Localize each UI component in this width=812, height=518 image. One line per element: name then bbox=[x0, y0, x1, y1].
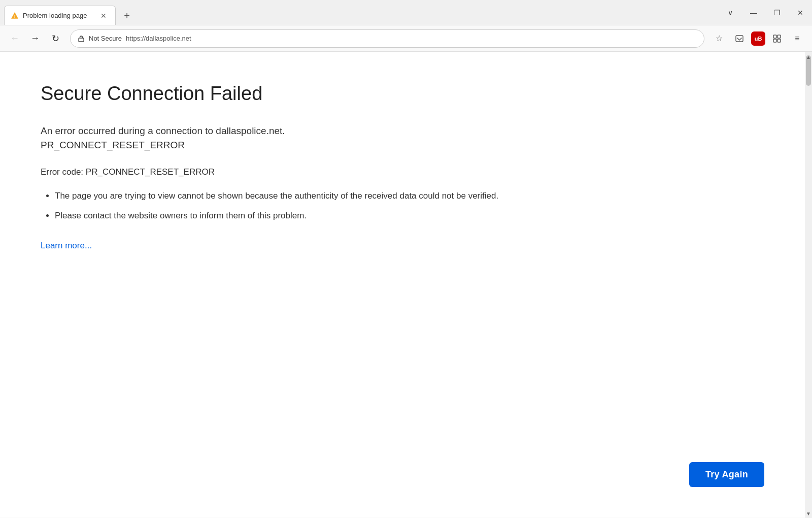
title-bar: ! Problem loading page ✕ + ∨ — ❐ ✕ bbox=[0, 0, 812, 25]
minimize-button[interactable]: — bbox=[742, 0, 765, 25]
tab-list-button[interactable]: ∨ bbox=[719, 0, 742, 25]
browser-toolbar: ← → ↻ Not Secure https://dallaspolice.ne… bbox=[0, 25, 812, 52]
scrollbar-track bbox=[805, 52, 812, 518]
svg-rect-2 bbox=[736, 36, 743, 42]
extensions-button[interactable] bbox=[768, 30, 786, 47]
scrollbar-arrow-up[interactable]: ▲ bbox=[805, 52, 812, 61]
svg-rect-3 bbox=[773, 35, 776, 38]
new-tab-button[interactable]: + bbox=[118, 7, 136, 25]
svg-rect-6 bbox=[777, 39, 781, 42]
tab-title: Problem loading page bbox=[23, 12, 94, 19]
error-description: An error occurred during a connection to… bbox=[41, 124, 764, 153]
url-display: https://dallaspolice.net bbox=[126, 35, 697, 42]
not-secure-label: Not Secure bbox=[89, 35, 122, 42]
svg-rect-4 bbox=[777, 35, 781, 38]
learn-more-link[interactable]: Learn more... bbox=[41, 241, 92, 251]
error-code-value: PR_CONNECT_RESET_ERROR bbox=[86, 167, 215, 177]
menu-button[interactable]: ≡ bbox=[789, 30, 806, 47]
reload-button[interactable]: ↻ bbox=[47, 30, 64, 47]
scrollbar-arrow-down[interactable]: ▼ bbox=[805, 509, 812, 518]
svg-rect-1 bbox=[79, 38, 84, 42]
security-icon bbox=[78, 35, 85, 42]
back-button[interactable]: ← bbox=[6, 30, 23, 47]
restore-button[interactable]: ❐ bbox=[765, 0, 789, 25]
browser-tab[interactable]: ! Problem loading page ✕ bbox=[4, 6, 116, 25]
error-title: Secure Connection Failed bbox=[41, 82, 764, 106]
svg-rect-5 bbox=[773, 39, 776, 42]
close-button[interactable]: ✕ bbox=[789, 0, 812, 25]
ublock-label: uB bbox=[755, 36, 762, 42]
warning-icon: ! bbox=[11, 12, 19, 20]
error-bullet-2: Please contact the website owners to inf… bbox=[55, 209, 764, 222]
pocket-button[interactable] bbox=[731, 30, 748, 47]
window-controls: ∨ — ❐ ✕ bbox=[719, 0, 812, 25]
forward-button[interactable]: → bbox=[26, 30, 44, 47]
error-code-label: Error code: bbox=[41, 167, 83, 177]
error-description-line1: An error occurred during a connection to… bbox=[41, 125, 285, 136]
bookmark-button[interactable]: ☆ bbox=[710, 30, 728, 47]
error-description-line2: PR_CONNECT_RESET_ERROR bbox=[41, 140, 185, 150]
svg-text:!: ! bbox=[14, 14, 16, 18]
error-page: Secure Connection Failed An error occurr… bbox=[0, 52, 805, 517]
error-bullets: The page you are trying to view cannot b… bbox=[41, 189, 764, 222]
ublock-button[interactable]: uB bbox=[751, 31, 765, 46]
error-bullet-1: The page you are trying to view cannot b… bbox=[55, 189, 764, 203]
tab-close-button[interactable]: ✕ bbox=[98, 10, 109, 21]
address-bar[interactable]: Not Secure https://dallaspolice.net bbox=[70, 29, 704, 48]
try-again-button[interactable]: Try Again bbox=[689, 462, 764, 487]
error-code-line: Error code: PR_CONNECT_RESET_ERROR bbox=[41, 167, 764, 177]
